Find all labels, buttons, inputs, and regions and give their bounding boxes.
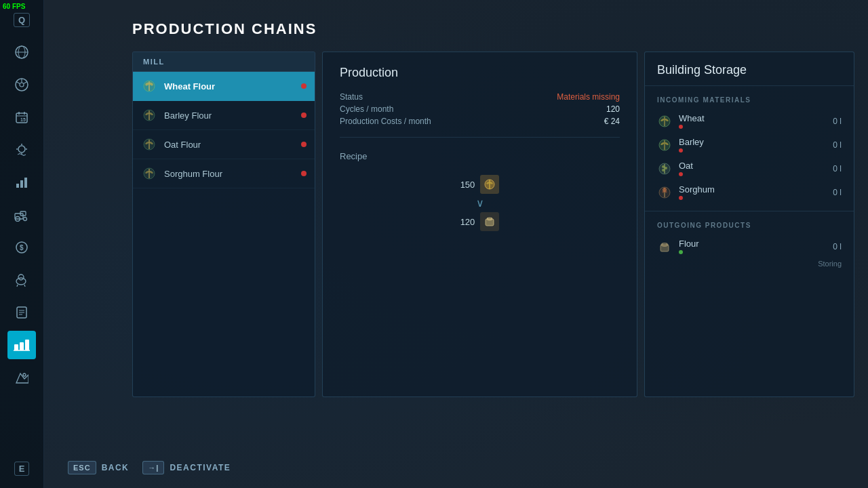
sorghum-flour-icon (141, 165, 157, 182)
incoming-section: INCOMING MATERIALS Wheat (645, 86, 854, 211)
svg-point-13 (18, 146, 25, 152)
sidebar-animals-icon[interactable] (7, 266, 36, 294)
panels-container: MILL Wheat Flour (132, 52, 854, 397)
sidebar-money-icon[interactable]: $ (7, 233, 36, 262)
costs-row: Production Costs / month € 24 (340, 117, 620, 126)
flour-storage-icon (657, 239, 672, 254)
recipe-output-amount: 120 (460, 217, 475, 227)
barley-storage-dot (679, 148, 683, 152)
oat-storage-content: Oat (679, 161, 833, 176)
sidebar-e-key[interactable]: E (7, 454, 36, 483)
svg-line-6 (24, 82, 27, 84)
svg-point-27 (16, 278, 26, 285)
cycles-row: Cycles / month 120 (340, 104, 620, 114)
oat-storage-amount: 0 l (833, 164, 842, 174)
svg-rect-37 (25, 340, 29, 350)
sidebar-book-icon[interactable] (7, 298, 36, 327)
oat-flour-label: Oat Flour (164, 140, 296, 150)
deactivate-button[interactable]: →| DEACTIVATE (142, 461, 231, 474)
svg-point-75 (662, 165, 665, 168)
chain-item-wheat-flour[interactable]: Wheat Flour (133, 72, 315, 101)
storage-item-barley: Barley 0 l (645, 133, 854, 157)
flour-storage-amount: 0 l (833, 242, 842, 251)
sorghum-storage-dot (679, 196, 683, 200)
sidebar-map-icon[interactable] (7, 363, 36, 392)
cycles-label: Cycles / month (340, 104, 393, 114)
oat-storage-icon (657, 161, 672, 176)
sidebar-globe-icon[interactable] (7, 38, 36, 66)
storage-panel: Building Storage INCOMING MATERIALS (644, 52, 854, 397)
cycles-value: 120 (606, 104, 620, 114)
mill-header: MILL (133, 52, 315, 72)
storage-item-oat: Oat 0 l (645, 157, 854, 180)
sorghum-storage-icon (657, 185, 672, 200)
barley-storage-content: Barley (679, 137, 833, 152)
wheat-flour-label: Wheat Flour (164, 81, 296, 92)
svg-rect-36 (20, 342, 24, 350)
barley-storage-name: Barley (679, 137, 833, 147)
svg-point-81 (663, 190, 665, 192)
wheat-storage-amount: 0 l (833, 117, 842, 126)
sidebar-stats-icon[interactable] (7, 168, 36, 197)
sidebar-weather-icon[interactable] (7, 136, 36, 164)
oat-flour-icon (141, 136, 157, 152)
recipe-wheat-icon (480, 175, 499, 194)
wheat-storage-content: Wheat (679, 113, 833, 129)
flour-storage-name: Flour (679, 239, 833, 249)
bottom-bar: ESC BACK →| DEACTIVATE (68, 461, 231, 474)
storage-item-wheat: Wheat 0 l (645, 109, 854, 133)
wheat-flour-icon (141, 78, 157, 94)
sidebar-tractor-icon[interactable] (7, 201, 36, 229)
svg-point-40 (23, 373, 26, 376)
sorghum-flour-warning (301, 171, 307, 176)
recipe-input-amount: 150 (460, 180, 475, 190)
wheat-storage-icon (657, 114, 672, 129)
svg-rect-19 (20, 180, 23, 188)
deactivate-label: DEACTIVATE (170, 463, 231, 472)
sidebar-steering-icon[interactable] (7, 70, 36, 99)
svg-line-30 (24, 285, 25, 287)
svg-point-82 (665, 190, 667, 192)
sorghum-storage-name: Sorghum (679, 184, 833, 195)
svg-rect-18 (16, 184, 19, 188)
svg-rect-35 (14, 344, 18, 350)
wheat-storage-name: Wheat (679, 113, 833, 123)
svg-point-28 (18, 274, 24, 280)
recipe-arrow: ∨ (476, 197, 484, 209)
chain-item-oat-flour[interactable]: Oat Flour (133, 130, 315, 159)
barley-storage-amount: 0 l (833, 140, 842, 150)
costs-label: Production Costs / month (340, 117, 431, 126)
sorghum-flour-label: Sorghum Flour (164, 169, 296, 179)
fps-counter: 60 FPS (3, 3, 25, 10)
costs-value: € 24 (604, 117, 620, 126)
sidebar-calendar-icon[interactable]: 15 (7, 103, 36, 131)
svg-point-24 (24, 218, 27, 221)
page-title: PRODUCTION CHAINS (132, 20, 854, 38)
incoming-label: INCOMING MATERIALS (645, 93, 854, 109)
svg-point-76 (665, 167, 667, 169)
svg-line-7 (16, 82, 20, 84)
status-row: Status Materials missing (340, 92, 620, 102)
svg-point-77 (662, 169, 665, 171)
barley-flour-icon (141, 107, 157, 123)
storage-item-sorghum: Sorghum 0 l (645, 180, 854, 204)
deactivate-key: →| (142, 461, 164, 474)
svg-point-64 (487, 218, 492, 220)
sorghum-storage-amount: 0 l (833, 188, 842, 197)
chain-item-sorghum-flour[interactable]: Sorghum Flour (133, 159, 315, 188)
flour-storage-dot (679, 250, 683, 254)
recipe-output: 120 (460, 212, 500, 231)
back-label: BACK (102, 463, 130, 472)
storing-label: Storing (645, 258, 854, 270)
production-chains-panel: MILL Wheat Flour (132, 52, 315, 397)
recipe-input: 150 (460, 175, 500, 194)
building-storage-title: Building Storage (645, 52, 854, 86)
wheat-flour-warning (301, 83, 307, 89)
svg-marker-39 (16, 373, 28, 383)
sidebar-production-icon[interactable] (7, 331, 36, 359)
back-button[interactable]: ESC BACK (68, 461, 129, 474)
recipe-flow: 150 ∨ 120 (340, 175, 620, 231)
barley-flour-label: Barley Flour (164, 110, 296, 121)
chain-item-barley-flour[interactable]: Barley Flour (133, 101, 315, 130)
recipe-flour-icon (480, 212, 499, 231)
